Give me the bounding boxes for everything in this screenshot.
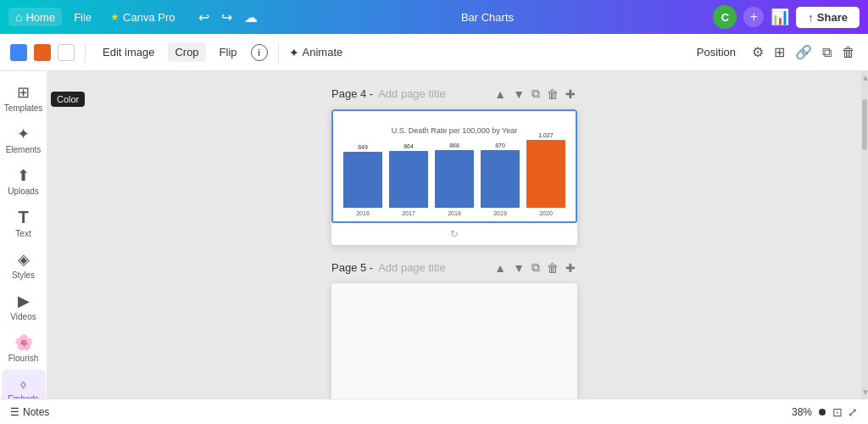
page-5-label: Page 5 - [331,261,373,274]
sidebar: ⊞ Templates ✦ Elements ⬆ Uploads T Text … [0,71,47,399]
refresh-icon[interactable]: ↻ [331,228,577,240]
embeds-icon: ⬨ [19,375,28,393]
delete-icon-button[interactable]: 🗑 [839,42,858,63]
bar-col-2020: 1,027 [526,132,565,208]
position-button[interactable]: Position [690,42,743,62]
flourish-icon: 🌸 [14,333,33,352]
sidebar-label-uploads: Uploads [8,187,39,196]
page-4-add[interactable]: ✚ [564,85,577,103]
bar-value-2016: 849 [358,144,368,150]
canvas-area[interactable]: Page 4 - Add page title ▲ ▼ ⧉ 🗑 ✚ ↻ U.S.… [47,71,861,399]
info-button[interactable]: i [251,44,268,61]
crop-button[interactable]: Crop [168,42,205,62]
color-swatch-white[interactable] [58,44,75,61]
x-label-2020: 2020 [526,210,565,216]
page-5-delete[interactable]: 🗑 [545,259,560,276]
x-label-2019: 2019 [481,210,520,216]
file-button[interactable]: File [67,8,98,26]
add-collaborator-button[interactable]: + [743,7,764,27]
page-5-copy[interactable]: ⧉ [530,259,542,276]
styles-icon: ◈ [18,250,30,269]
x-label-2017: 2017 [389,210,428,216]
duplicate-icon-button[interactable]: ⧉ [820,42,834,63]
grid-icon-button[interactable]: ⊞ [771,42,787,63]
sidebar-label-styles: Styles [12,271,35,280]
undo-button[interactable]: ↩ [194,7,214,28]
cloud-save-button[interactable]: ☁ [240,7,262,28]
color-swatch-orange[interactable] [34,44,51,61]
x-axis: 2016 2017 2018 2019 2020 [340,210,569,216]
edit-image-button[interactable]: Edit image [96,42,161,62]
page-4-label: Page 4 - [331,87,373,100]
sidebar-label-flourish: Flourish [8,354,39,363]
bar-col-2017: 864 [389,143,428,208]
page-4-section: Page 4 - Add page title ▲ ▼ ⧉ 🗑 ✚ ↻ U.S.… [331,85,577,245]
scrollbar-down[interactable]: ▼ [861,388,868,397]
sidebar-item-templates[interactable]: ⊞ Templates [2,78,46,118]
chart-container[interactable]: ↻ U.S. Death Rate per 100,000 by Year 84… [331,109,577,223]
animate-icon: ✦ [289,46,299,59]
sidebar-item-videos[interactable]: ▶ Videos [2,287,46,326]
page-4-collapse-down[interactable]: ▼ [511,85,526,103]
bars-row: 849 864 868 [340,140,569,208]
share-icon: ↑ [808,11,814,24]
notes-button[interactable]: ☰ Notes [10,406,49,418]
sidebar-item-flourish[interactable]: 🌸 Flourish [2,328,46,368]
scrollbar-thumb[interactable] [862,99,867,150]
sidebar-label-videos: Videos [10,312,36,321]
nav-actions: ↩ ↪ ☁ [194,7,262,28]
flip-button[interactable]: Flip [213,42,244,62]
bar-value-2018: 868 [449,142,459,148]
notes-label: Notes [23,406,49,418]
page-5-canvas[interactable] [331,283,577,399]
link-icon-button[interactable]: 🔗 [793,42,815,63]
sidebar-item-elements[interactable]: ✦ Elements [2,120,46,159]
sidebar-item-text[interactable]: T Text [2,203,46,243]
toolbar-divider-1 [85,42,86,63]
page-4-add-title[interactable]: Add page title [378,87,446,100]
present-button[interactable]: ⊡ [832,405,843,419]
bar-value-2020: 1,027 [538,132,554,138]
filter-icon-button[interactable]: ⚙ [749,42,766,63]
sidebar-item-styles[interactable]: ◈ Styles [2,245,46,285]
templates-icon: ⊞ [17,83,30,102]
right-scrollbar[interactable]: ▲ ▼ [861,71,868,399]
bar-col-2016: 849 [343,144,382,208]
share-button[interactable]: ↑ Share [796,7,860,28]
metrics-button[interactable]: 📊 [771,8,789,26]
bar-2020 [526,140,565,208]
page-5-add[interactable]: ✚ [564,259,577,276]
page-4-canvas[interactable]: ↻ U.S. Death Rate per 100,000 by Year 84… [331,109,577,245]
page-4-collapse-up[interactable]: ▲ [492,85,508,103]
home-button[interactable]: ⌂ Home [8,8,62,26]
page-4-copy[interactable]: ⧉ [530,85,542,103]
bar-2019 [481,150,520,208]
sidebar-item-embeds[interactable]: ⬨ Embeds [2,370,46,399]
sidebar-label-templates: Templates [4,103,43,113]
sidebar-label-elements: Elements [6,145,42,154]
zoom-dot[interactable] [819,409,826,416]
bottom-bar: ☰ Notes 38% ⊡ ⤢ [0,399,868,424]
page-5-collapse-down[interactable]: ▼ [511,259,526,276]
page-4-header: Page 4 - Add page title ▲ ▼ ⧉ 🗑 ✚ [331,85,577,103]
page-5-collapse-up[interactable]: ▲ [492,259,508,276]
redo-button[interactable]: ↪ [217,7,236,28]
scrollbar-up[interactable]: ▲ [861,73,868,82]
avatar[interactable]: C [713,5,737,29]
toolbar: Color Edit image Crop Flip i ✦ Animate P… [0,34,868,71]
share-label: Share [817,11,848,24]
page-5-add-title[interactable]: Add page title [378,261,446,274]
fullscreen-button[interactable]: ⤢ [848,405,858,419]
canva-pro-button[interactable]: ★ Canva Pro [103,8,181,26]
x-label-2016: 2016 [343,210,382,216]
page-5-header: Page 5 - Add page title ▲ ▼ ⧉ 🗑 ✚ [331,259,577,276]
bar-col-2018: 868 [435,142,474,208]
top-nav: ⌂ Home File ★ Canva Pro ↩ ↪ ☁ Bar Charts… [0,0,868,34]
bar-2017 [389,151,428,208]
animate-button[interactable]: ✦ Animate [289,46,343,59]
page-4-delete[interactable]: 🗑 [545,85,560,103]
color-swatch-blue[interactable] [10,44,27,61]
videos-icon: ▶ [18,292,30,310]
main-area: ⊞ Templates ✦ Elements ⬆ Uploads T Text … [0,71,868,399]
sidebar-item-uploads[interactable]: ⬆ Uploads [2,161,46,201]
